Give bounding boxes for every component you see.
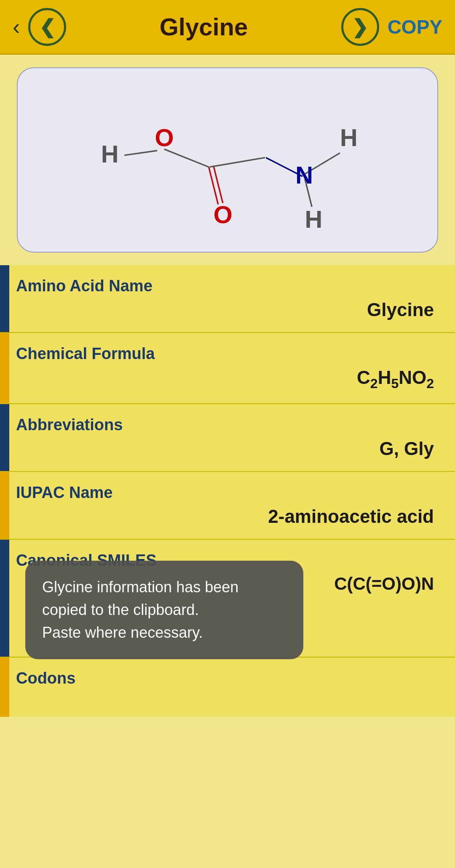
prev-nav-button[interactable]: ❮ [28, 8, 66, 46]
svg-line-1 [164, 149, 209, 167]
svg-line-4 [210, 157, 265, 167]
header-left-nav: ‹ ❮ [13, 8, 66, 46]
molecule-diagram: H O O N H H [17, 67, 438, 253]
back-button[interactable]: ‹ [13, 16, 20, 38]
abbreviations-row: Abbreviations G, Gly [0, 404, 455, 472]
abbreviations-value: G, Gly [8, 438, 434, 459]
svg-text:H: H [340, 124, 358, 151]
chemical-formula-label: Chemical Formula [16, 345, 438, 363]
iupac-name-label: IUPAC Name [16, 484, 438, 502]
chemical-formula-value: C2H5NO2 [8, 367, 434, 391]
iupac-name-row: IUPAC Name 2-aminoacetic acid [0, 472, 455, 540]
amino-acid-name-row: Amino Acid Name Glycine [0, 265, 455, 333]
svg-text:H: H [305, 206, 323, 233]
svg-line-3 [214, 165, 223, 203]
next-nav-button[interactable]: ❯ [341, 8, 379, 46]
svg-text:O: O [214, 201, 233, 228]
toast-notification: Glycine information has been copied to t… [25, 561, 303, 659]
svg-text:O: O [155, 124, 174, 151]
info-section: Amino Acid Name Glycine Chemical Formula… [0, 265, 455, 717]
copy-button[interactable]: COPY [388, 16, 442, 38]
svg-text:N: N [295, 162, 313, 189]
molecule-svg: H O O N H H [43, 85, 412, 235]
smiles-row: Canonical SMILES Glycine information has… [0, 540, 455, 658]
amino-acid-name-value: Glycine [8, 299, 434, 320]
svg-line-0 [124, 151, 157, 155]
app-header: ‹ ❮ Glycine ❯ COPY [0, 0, 455, 55]
codons-label: Codons [16, 669, 438, 687]
prev-arrow-icon: ❮ [39, 16, 56, 38]
svg-text:H: H [101, 141, 119, 168]
svg-line-2 [209, 167, 218, 205]
iupac-name-value: 2-aminoacetic acid [8, 506, 434, 527]
toast-message: Glycine information has been copied to t… [42, 578, 238, 641]
page-title: Glycine [66, 13, 341, 41]
abbreviations-label: Abbreviations [16, 416, 438, 434]
codons-row: Codons [0, 658, 455, 717]
header-right-nav: ❯ COPY [341, 8, 442, 46]
chemical-formula-row: Chemical Formula C2H5NO2 [0, 333, 455, 404]
next-arrow-icon: ❯ [352, 16, 368, 38]
amino-acid-name-label: Amino Acid Name [16, 277, 438, 295]
